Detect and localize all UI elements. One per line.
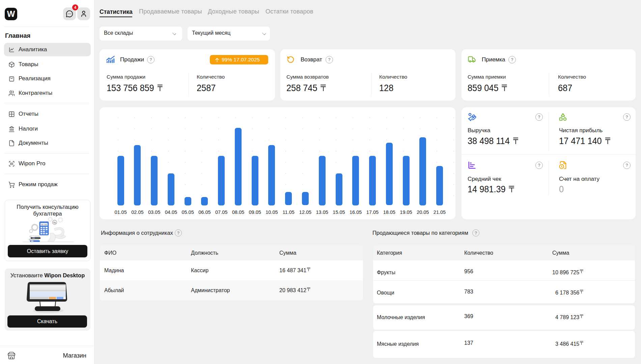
svg-text:%: %: [53, 221, 56, 224]
svg-text:50 230: 50 230: [41, 224, 47, 226]
